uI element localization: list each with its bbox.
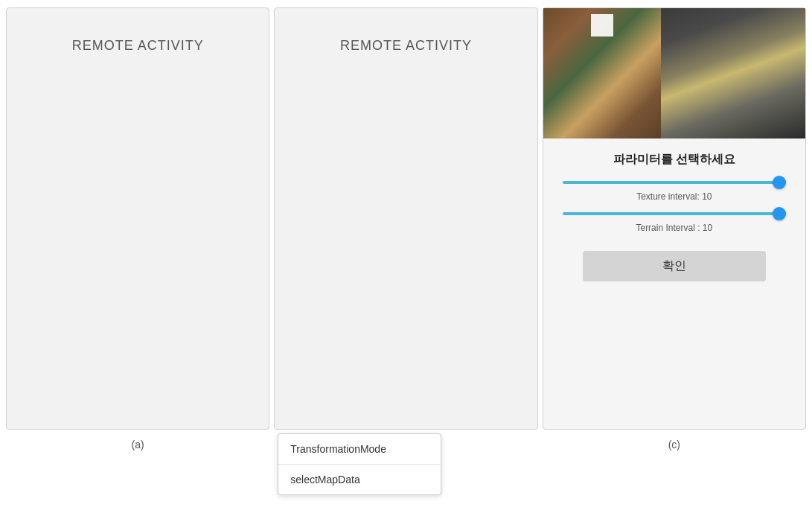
param-title: 파라미터를 선택하세요 [613, 152, 735, 168]
confirm-button[interactable]: 확인 [583, 251, 767, 281]
panel-c: 파라미터를 선택하세요 Texture interval: 10 Terrain… [543, 7, 806, 430]
map-image-area [543, 8, 805, 138]
texture-slider-thumb[interactable] [773, 176, 786, 189]
label-a: (a) [6, 436, 269, 450]
texture-slider-track[interactable] [563, 181, 785, 184]
panel-a-title: REMOTE ACTIVITY [72, 38, 204, 54]
terrain-slider-container [563, 212, 785, 215]
image-overlay-box [591, 14, 613, 36]
terrain-slider-track[interactable] [563, 212, 785, 215]
terrain-label: Terrain Interval : 10 [636, 223, 712, 233]
dropdown-item-selectmapdata[interactable]: selectMapData [278, 465, 441, 494]
panel-b-title: REMOTE ACTIVITY [340, 38, 472, 54]
bottom-row: (a) (b) (c) TransformationMode selectMap… [0, 430, 812, 519]
main-row: REMOTE ACTIVITY REMOTE ACTIVITY 파라미터를 선택… [0, 0, 812, 430]
texture-slider-container [563, 181, 785, 184]
texture-label: Texture interval: 10 [636, 191, 712, 202]
image-right [661, 8, 805, 138]
panel-b: REMOTE ACTIVITY [274, 7, 537, 430]
dropdown-menu: TransformationMode selectMapData [278, 433, 441, 495]
label-c: (c) [543, 436, 806, 450]
image-left [543, 8, 662, 138]
terrain-slider-thumb[interactable] [773, 207, 786, 220]
dropdown-item-transformation[interactable]: TransformationMode [278, 434, 441, 465]
panel-a: REMOTE ACTIVITY [6, 7, 269, 430]
